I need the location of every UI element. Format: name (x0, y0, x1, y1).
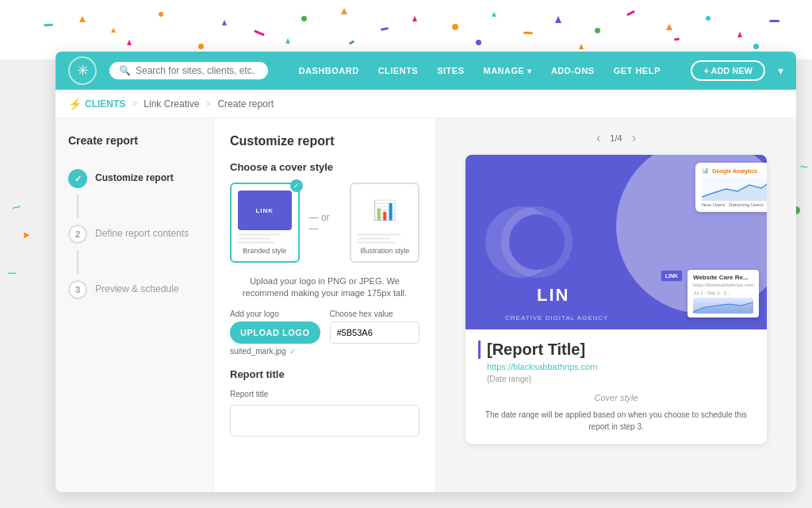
hex-col: Choose hex value (330, 310, 420, 356)
breadcrumb: ⚡ CLIENTS > Link Creative > Create repor… (56, 90, 796, 118)
preview-card: LIN CREATIVE DIGITAL AGENCY 📊 Google Ana… (465, 155, 767, 444)
preview-cover: LIN CREATIVE DIGITAL AGENCY 📊 Google Ana… (465, 155, 767, 329)
branded-label: Branded style (238, 247, 292, 255)
upload-hint: Upload your logo in PNG or JPEG. We reco… (230, 275, 419, 300)
website-card-date: Jul 1 - Sep 1 · 2... (693, 291, 753, 295)
nav-clients[interactable]: CLIENTS (378, 66, 419, 75)
side-decor-right: ~ (799, 159, 808, 175)
preview-area: ‹ 1/4 › LIN (436, 118, 796, 492)
illustration-lines (358, 233, 412, 244)
website-card-chart (693, 298, 753, 314)
nav-links: DASHBOARD CLIENTS SITES MANAGE ▾ ADD-ONS… (281, 66, 678, 75)
breadcrumb-separator: > (132, 98, 137, 110)
analytics-header: 📊 Google Analytics (702, 167, 767, 174)
illustration-label: Illustration style (358, 247, 412, 255)
add-new-button[interactable]: + ADD NEW (691, 60, 765, 81)
report-title-section: Report title Report title (230, 368, 419, 437)
step-3-circle: 3 (68, 280, 87, 299)
sidebar-title: Create report (68, 134, 201, 147)
analytics-bars (702, 177, 767, 201)
confetti-piece (301, 16, 307, 21)
content-area: Create report ✓ Customize report 2 Defin… (56, 118, 796, 492)
cover-lines (238, 233, 292, 244)
confetti-piece (222, 20, 227, 25)
moon-logo-svg (481, 194, 576, 290)
nav-expand-icon[interactable]: ▾ (778, 64, 783, 77)
step-3-label: Preview & schedule (95, 280, 178, 294)
confetti-piece (159, 12, 163, 17)
side-decor-left: ~ (9, 198, 24, 218)
report-title-section-label: Report title (230, 368, 419, 380)
report-title-input[interactable] (230, 405, 419, 437)
logo-filename: suited_mark.jpg ✓ (230, 347, 320, 356)
confetti-piece (476, 40, 481, 45)
next-page-button[interactable]: › (632, 131, 636, 145)
website-card-title: Website Care Re... (693, 274, 753, 281)
top-navigation: ✳ 🔍 DASHBOARD CLIENTS SITES MANAGE ▾ ADD… (56, 52, 796, 90)
confetti-piece (198, 44, 204, 49)
report-title-preview: [Report Title] (478, 341, 754, 359)
report-date-preview: {Date range} (478, 375, 754, 383)
form-section-title: Customize report (230, 134, 419, 148)
confetti-piece (753, 44, 759, 49)
breadcrumb-create-report: Create report (217, 98, 274, 110)
illustration-preview: 📊 (358, 190, 412, 230)
add-logo-col: Add your logo UPLOAD LOGO suited_mark.jp… (230, 310, 320, 356)
main-panel: Customize report Choose a cover style ✓ … (214, 118, 796, 492)
step-2-label: Define report contents (95, 225, 189, 239)
selected-checkmark: ✓ (290, 179, 303, 192)
step-3: 3 Preview & schedule (68, 274, 201, 306)
branded-style-option[interactable]: ✓ LINK Branded style (230, 183, 300, 263)
confetti-piece (79, 16, 86, 22)
confetti-piece (492, 12, 496, 17)
step-2-circle: 2 (68, 225, 87, 244)
illustration-style-option[interactable]: 📊 Illustration style (350, 183, 419, 263)
breadcrumb-clients[interactable]: ⚡ CLIENTS (68, 98, 125, 110)
filename-check: ✓ (289, 347, 296, 356)
sidebar: Create report ✓ Customize report 2 Defin… (56, 118, 214, 492)
search-input[interactable] (136, 65, 255, 76)
confetti-piece (452, 24, 458, 30)
logo-symbol: ✳ (77, 62, 89, 79)
nav-sites[interactable]: SITES (437, 66, 464, 75)
confetti-piece (706, 16, 710, 21)
prev-page-button[interactable]: ‹ (596, 131, 600, 145)
preview-navigation: ‹ 1/4 › (596, 131, 636, 145)
svg-point-2 (509, 214, 565, 270)
breadcrumb-separator2: > (205, 98, 211, 110)
confetti-piece (412, 16, 417, 21)
add-logo-label: Add your logo (230, 310, 320, 318)
step-1-label: Customize report (95, 169, 174, 183)
confetti-piece (555, 16, 561, 23)
step-connector-2 (77, 250, 79, 274)
analytics-mockup: 📊 Google Analytics New Users Returning U… (695, 163, 767, 212)
side-decor-triangle: ▶ (24, 230, 30, 239)
link-text: LIN (537, 285, 569, 306)
website-card-url: https://blacksabbathrips.com (693, 283, 753, 287)
report-title-field-label: Report title (230, 390, 419, 398)
website-chart-line (693, 298, 753, 314)
confetti-piece (44, 24, 53, 26)
nav-gethelp[interactable]: GET HELP (614, 66, 661, 75)
confetti-piece (595, 28, 600, 33)
confetti-piece (579, 44, 584, 49)
search-bar[interactable]: 🔍 (109, 62, 268, 79)
step-connector-1 (77, 194, 79, 218)
upload-logo-button[interactable]: UPLOAD LOGO (230, 321, 320, 344)
step-2: 2 Define report contents (68, 218, 201, 250)
nav-manage[interactable]: MANAGE ▾ (483, 66, 531, 75)
confetti-piece (737, 32, 742, 37)
app-logo[interactable]: ✳ (68, 56, 97, 85)
confetti-piece (769, 20, 779, 22)
hex-input[interactable] (330, 321, 420, 344)
ga-label: Google Analytics (712, 168, 757, 174)
confetti-background (0, 0, 812, 60)
step-1-circle: ✓ (68, 169, 87, 188)
confetti-piece (127, 40, 132, 45)
confetti-piece (349, 41, 354, 44)
svg-marker-4 (693, 301, 753, 314)
nav-dashboard[interactable]: DASHBOARD (299, 66, 359, 75)
hex-label: Choose hex value (330, 310, 420, 318)
breadcrumb-link-creative[interactable]: Link Creative (144, 98, 199, 110)
nav-addons[interactable]: ADD-ONS (551, 66, 595, 75)
